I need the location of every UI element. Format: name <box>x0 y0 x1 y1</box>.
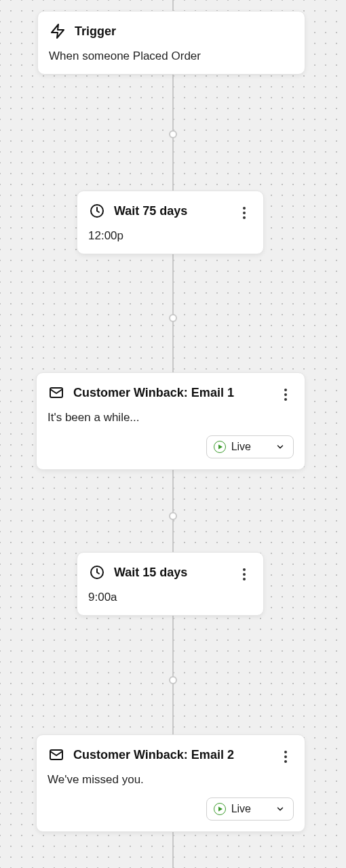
clock-icon <box>88 564 106 581</box>
lightning-icon <box>49 22 66 40</box>
svg-point-14 <box>243 578 246 580</box>
email-card-1[interactable]: Customer Winback: Email 1 It's been a wh… <box>36 372 305 470</box>
wait-card-2[interactable]: Wait 15 days 9:00a <box>77 552 264 616</box>
svg-point-19 <box>284 755 287 758</box>
svg-point-20 <box>284 760 287 763</box>
wait-time: 12:00p <box>88 229 252 243</box>
svg-point-18 <box>284 751 287 753</box>
status-label: Live <box>231 803 251 815</box>
status-dropdown[interactable]: Live <box>206 435 294 458</box>
wait-menu-button[interactable] <box>235 203 254 222</box>
wait-card-1[interactable]: Wait 75 days 12:00p <box>77 191 264 254</box>
email-card-2[interactable]: Customer Winback: Email 2 We've missed y… <box>36 734 305 832</box>
email-subject: We've missed you. <box>47 773 294 787</box>
wait-menu-button[interactable] <box>235 565 254 584</box>
trigger-card[interactable]: Trigger When someone Placed Order <box>37 11 305 75</box>
svg-marker-0 <box>52 24 64 38</box>
status-dropdown[interactable]: Live <box>206 797 294 821</box>
svg-point-13 <box>243 573 246 576</box>
svg-point-4 <box>243 216 246 219</box>
chevron-down-icon <box>275 804 285 814</box>
email-title: Customer Winback: Email 2 <box>73 748 234 762</box>
email-title: Customer Winback: Email 1 <box>73 386 234 400</box>
chevron-down-icon <box>275 442 285 452</box>
svg-point-12 <box>243 568 246 571</box>
svg-point-3 <box>243 212 246 214</box>
svg-point-2 <box>243 207 246 210</box>
wait-title: Wait 15 days <box>114 566 187 580</box>
wait-time: 9:00a <box>88 591 252 604</box>
clock-icon <box>88 202 106 220</box>
envelope-icon <box>47 384 65 401</box>
email-menu-button[interactable] <box>276 747 295 766</box>
play-icon <box>214 441 226 453</box>
trigger-title: Trigger <box>75 24 116 39</box>
play-icon <box>214 803 226 815</box>
trigger-description: When someone Placed Order <box>49 50 294 63</box>
envelope-icon <box>47 746 65 764</box>
svg-point-8 <box>284 389 287 391</box>
status-label: Live <box>231 441 251 453</box>
email-subject: It's been a while... <box>47 411 294 425</box>
svg-point-10 <box>284 398 287 401</box>
wait-title: Wait 75 days <box>114 204 187 218</box>
svg-point-9 <box>284 393 287 396</box>
email-menu-button[interactable] <box>276 385 295 404</box>
